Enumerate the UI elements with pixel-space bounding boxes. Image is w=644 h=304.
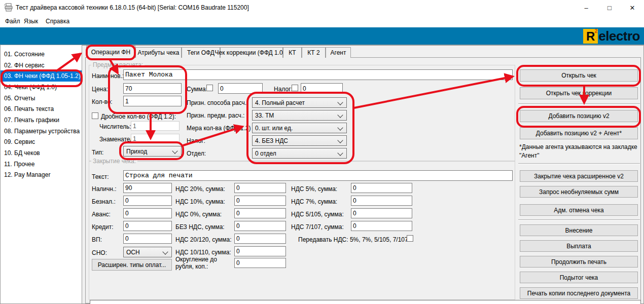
sidebar-item-check-db[interactable]: 10. БД чеков <box>1 147 82 159</box>
print-last-doc-copy-button[interactable]: Печать копии последнего документа <box>520 287 638 299</box>
chevron-down-icon <box>337 99 343 105</box>
cash-out-button[interactable]: Выплата <box>520 240 638 252</box>
close-check-extended-v2-button[interactable]: Закрытие чека расширенное v2 <box>520 170 638 182</box>
sidebar-item-device-params[interactable]: 08. Параметры устройства <box>1 126 82 137</box>
admin-cancel-check-button[interactable]: Адм. отмена чека <box>520 204 638 216</box>
add-position-v2-button[interactable]: Добавить позицию v2 <box>520 110 638 122</box>
no-vat-input[interactable] <box>234 221 286 231</box>
menu-language[interactable]: Язык <box>22 18 40 25</box>
calc-method-value: 4. Полный расчет <box>255 99 305 106</box>
sidebar-item-reports[interactable]: 05. Отчеты <box>1 93 82 104</box>
tab-agent[interactable]: Агент <box>326 47 351 58</box>
sum-input[interactable] <box>218 83 263 94</box>
vat10-110-input[interactable] <box>234 246 286 256</box>
fraction-qty-checkbox[interactable] <box>92 112 98 119</box>
vat7-input[interactable] <box>351 196 412 206</box>
calc-subject-value: 33. ТМ <box>255 112 274 119</box>
tab-correction-check[interactable]: Чек коррекции (ФФД 1.05) <box>220 47 283 58</box>
maximize-button[interactable]: □ <box>601 3 618 13</box>
vp-label: ВП: <box>92 236 102 243</box>
sidebar-item-other[interactable]: 11. Прочее <box>1 159 82 170</box>
vat-combobox[interactable]: 4. БЕЗ НДС <box>252 135 347 146</box>
menu-help[interactable]: Справка <box>44 18 71 25</box>
vat20-input[interactable] <box>234 183 286 193</box>
tax-checkbox[interactable] <box>292 85 298 91</box>
numerator-label: Числитель: <box>99 123 131 130</box>
close-check-legend: Закрытие чека: <box>91 158 137 165</box>
vat-label: Налог: <box>187 137 205 144</box>
sidebar-item-fn-service[interactable]: 02. ФН сервис <box>1 60 82 71</box>
chevron-down-icon <box>337 112 343 118</box>
numerator-input[interactable] <box>131 121 180 131</box>
sidebar-item-pay-manager[interactable]: 12. Pay Manager <box>1 170 82 181</box>
sidebar-item-checks[interactable]: 04. Чеки (ФФД 1.0) <box>1 82 82 93</box>
vat5-input[interactable] <box>351 183 412 193</box>
cash-input[interactable] <box>123 183 172 193</box>
department-label: Отдел: <box>187 150 206 157</box>
extended-pay-types-button[interactable]: Расширен. типы оплат... <box>92 259 172 271</box>
sidebar-item-print-text[interactable]: 06. Печать текста <box>1 103 82 115</box>
tab-check-attributes[interactable]: Атрибуты чека <box>135 47 182 58</box>
subtotal-button[interactable]: Подытог чека <box>520 272 638 283</box>
vp-input[interactable] <box>123 234 172 244</box>
print-text-input[interactable] <box>123 170 513 181</box>
cashless-input[interactable] <box>123 196 172 206</box>
vat5-105-input[interactable] <box>351 208 412 218</box>
close-button[interactable]: ✕ <box>624 3 641 13</box>
pass-vat-checkbox[interactable] <box>407 235 413 242</box>
sidebar-item-state[interactable]: 01. Состояние <box>1 49 82 60</box>
divider <box>518 103 640 104</box>
open-check-button[interactable]: Открыть чек <box>520 69 638 82</box>
divider <box>518 219 640 220</box>
sidebar-item-service[interactable]: 09. Сервис <box>1 137 82 148</box>
vat7-107-input[interactable] <box>351 221 412 231</box>
credit-input[interactable] <box>123 221 172 231</box>
continue-print-button[interactable]: Продолжить печать <box>520 256 638 268</box>
denominator-input[interactable] <box>131 134 180 143</box>
department-combobox[interactable]: 0 отдел <box>252 148 347 159</box>
vat7-107-label: НДС 7/107, сумма: <box>291 223 344 231</box>
cash-label: Наличн.: <box>92 185 117 193</box>
tax-input[interactable] <box>301 83 343 94</box>
calc-subject-combobox[interactable]: 33. ТМ <box>252 110 347 121</box>
chevron-down-icon <box>172 148 177 154</box>
menu-file[interactable]: Файл <box>3 18 22 25</box>
vat20-label: НДС 20%, сумма: <box>175 185 225 193</box>
rounding-input[interactable] <box>234 258 286 268</box>
sidebar-item-print-graphics[interactable]: 07. Печать графики <box>1 115 82 126</box>
advance-input[interactable] <box>123 208 172 218</box>
qty-measure-label: Мера кол-ва (ФФД 1.2) <box>187 125 251 132</box>
price-label: Цена: <box>92 86 108 93</box>
tab-fn-operations[interactable]: Операции ФН <box>86 46 135 58</box>
type-combobox-value: Приход <box>126 148 147 155</box>
vat0-label: НДС 0%, сумма: <box>175 211 222 218</box>
cash-in-button[interactable]: Внесение <box>520 224 638 236</box>
sidebar-item-fn-checks[interactable]: 03. ФН чеки (ФФД 1.05-1.2) <box>1 70 82 82</box>
title-bar: Тест драйвера кассовой техники 6.18.0.15… <box>0 0 644 15</box>
type-combobox[interactable]: Приход <box>123 146 182 157</box>
qty-input[interactable] <box>123 96 182 106</box>
sno-combobox[interactable]: ОСН <box>123 247 172 257</box>
calc-method-combobox[interactable]: 4. Полный расчет <box>252 97 347 108</box>
open-correction-check-button[interactable]: Открыть чек коррекции <box>520 87 638 99</box>
advance-label: Аванс: <box>92 211 111 218</box>
name-input[interactable] <box>123 69 513 80</box>
log-textbox-edge <box>90 300 641 304</box>
vat20-120-label: НДС 20/120, сумма: <box>175 236 232 243</box>
price-input[interactable] <box>123 83 182 94</box>
app-window: Тест драйвера кассовой техники 6.18.0.15… <box>0 0 644 304</box>
vat-value: 4. БЕЗ НДС <box>255 137 288 144</box>
tab-kt2[interactable]: КТ 2 <box>302 47 326 58</box>
minimize-button[interactable]: – <box>578 3 595 13</box>
tab-kt[interactable]: КТ <box>283 47 302 58</box>
rounding-label-line1: Округление до <box>175 256 217 263</box>
vat0-input[interactable] <box>234 208 286 218</box>
rounding-label-line2: рубля, коп.: <box>175 263 208 270</box>
name-label: Наименов.: <box>92 72 124 80</box>
request-totals-button[interactable]: Запрос необнуляемых сумм <box>520 186 638 198</box>
vat20-120-input[interactable] <box>234 234 286 244</box>
qty-measure-combobox[interactable]: 0. шт. или ед. <box>252 123 347 133</box>
sum-checkbox[interactable] <box>206 85 213 91</box>
add-position-v2-agent-button[interactable]: Добавить позицию v2 + Агент* <box>520 127 638 139</box>
vat10-input[interactable] <box>234 196 286 206</box>
